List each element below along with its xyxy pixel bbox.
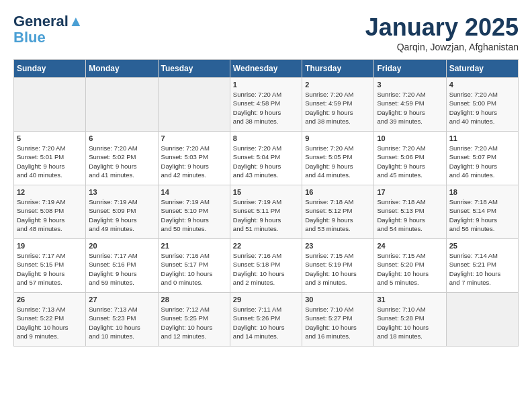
day-number: 17 (377, 188, 443, 196)
calendar-cell: 23Sunrise: 7:15 AM Sunset: 5:19 PM Dayli… (302, 239, 374, 293)
calendar-week-row: 12Sunrise: 7:19 AM Sunset: 5:08 PM Dayli… (14, 185, 519, 239)
calendar-cell: 20Sunrise: 7:17 AM Sunset: 5:16 PM Dayli… (86, 239, 158, 293)
day-info: Sunrise: 7:19 AM Sunset: 5:11 PM Dayligh… (233, 197, 299, 233)
day-number: 23 (305, 242, 371, 250)
day-info: Sunrise: 7:20 AM Sunset: 4:58 PM Dayligh… (233, 90, 299, 126)
day-info: Sunrise: 7:20 AM Sunset: 5:06 PM Dayligh… (377, 144, 443, 179)
calendar-cell: 24Sunrise: 7:15 AM Sunset: 5:20 PM Dayli… (374, 239, 446, 293)
weekday-header: Thursday (302, 60, 374, 78)
calendar-cell: 18Sunrise: 7:18 AM Sunset: 5:14 PM Dayli… (446, 185, 518, 239)
header: General▲ Blue January 2025 Qarqin, Jowzj… (13, 13, 519, 52)
day-number: 1 (233, 81, 299, 89)
day-number: 28 (161, 295, 227, 304)
day-number: 11 (449, 134, 515, 142)
day-number: 3 (377, 81, 443, 89)
calendar-cell: 22Sunrise: 7:16 AM Sunset: 5:18 PM Dayli… (230, 239, 302, 293)
weekday-header: Monday (86, 60, 158, 78)
day-info: Sunrise: 7:10 AM Sunset: 5:28 PM Dayligh… (377, 305, 443, 340)
day-number: 30 (305, 295, 371, 304)
calendar-cell: 13Sunrise: 7:19 AM Sunset: 5:09 PM Dayli… (86, 185, 158, 239)
day-number: 31 (377, 295, 443, 304)
title-area: January 2025 Qarqin, Jowzjan, Afghanista… (365, 13, 519, 52)
logo-text: General▲ Blue (13, 13, 83, 46)
calendar-cell: 2Sunrise: 7:20 AM Sunset: 4:59 PM Daylig… (302, 78, 374, 132)
day-number: 24 (377, 242, 443, 250)
calendar-cell: 21Sunrise: 7:16 AM Sunset: 5:17 PM Dayli… (158, 239, 230, 293)
calendar-cell: 26Sunrise: 7:13 AM Sunset: 5:22 PM Dayli… (14, 293, 86, 347)
calendar-cell: 8Sunrise: 7:20 AM Sunset: 5:04 PM Daylig… (230, 132, 302, 185)
weekday-header: Tuesday (158, 60, 230, 78)
day-info: Sunrise: 7:17 AM Sunset: 5:16 PM Dayligh… (89, 251, 154, 287)
calendar-cell: 4Sunrise: 7:20 AM Sunset: 5:00 PM Daylig… (446, 78, 518, 132)
calendar-week-row: 19Sunrise: 7:17 AM Sunset: 5:15 PM Dayli… (14, 239, 519, 293)
day-info: Sunrise: 7:13 AM Sunset: 5:22 PM Dayligh… (17, 305, 83, 340)
calendar-cell: 19Sunrise: 7:17 AM Sunset: 5:15 PM Dayli… (14, 239, 86, 293)
day-number: 29 (233, 295, 299, 304)
calendar-week-row: 26Sunrise: 7:13 AM Sunset: 5:22 PM Dayli… (14, 293, 519, 347)
day-info: Sunrise: 7:16 AM Sunset: 5:18 PM Dayligh… (233, 251, 299, 287)
day-number: 19 (17, 242, 83, 250)
day-info: Sunrise: 7:19 AM Sunset: 5:08 PM Dayligh… (17, 197, 83, 233)
day-number: 10 (377, 134, 443, 142)
calendar-cell: 27Sunrise: 7:13 AM Sunset: 5:23 PM Dayli… (86, 293, 158, 347)
calendar-cell (446, 293, 518, 347)
day-info: Sunrise: 7:20 AM Sunset: 5:03 PM Dayligh… (161, 144, 227, 179)
day-info: Sunrise: 7:15 AM Sunset: 5:20 PM Dayligh… (377, 251, 443, 287)
day-info: Sunrise: 7:15 AM Sunset: 5:19 PM Dayligh… (305, 251, 371, 287)
calendar-cell: 3Sunrise: 7:20 AM Sunset: 4:59 PM Daylig… (374, 78, 446, 132)
day-info: Sunrise: 7:18 AM Sunset: 5:14 PM Dayligh… (449, 197, 515, 233)
day-info: Sunrise: 7:20 AM Sunset: 5:05 PM Dayligh… (305, 144, 371, 179)
day-info: Sunrise: 7:11 AM Sunset: 5:26 PM Dayligh… (233, 305, 299, 340)
day-number: 6 (89, 134, 154, 142)
weekday-header: Friday (374, 60, 446, 78)
day-number: 2 (305, 81, 371, 89)
day-number: 13 (89, 188, 154, 196)
calendar-cell: 29Sunrise: 7:11 AM Sunset: 5:26 PM Dayli… (230, 293, 302, 347)
day-number: 25 (449, 242, 515, 250)
calendar-cell: 16Sunrise: 7:18 AM Sunset: 5:12 PM Dayli… (302, 185, 374, 239)
day-info: Sunrise: 7:13 AM Sunset: 5:23 PM Dayligh… (89, 305, 154, 340)
day-number: 16 (305, 188, 371, 196)
calendar-cell: 25Sunrise: 7:14 AM Sunset: 5:21 PM Dayli… (446, 239, 518, 293)
day-info: Sunrise: 7:19 AM Sunset: 5:09 PM Dayligh… (89, 197, 154, 233)
day-info: Sunrise: 7:16 AM Sunset: 5:17 PM Dayligh… (161, 251, 227, 287)
day-info: Sunrise: 7:20 AM Sunset: 4:59 PM Dayligh… (377, 90, 443, 126)
day-number: 4 (449, 81, 515, 89)
day-info: Sunrise: 7:18 AM Sunset: 5:13 PM Dayligh… (377, 197, 443, 233)
day-info: Sunrise: 7:17 AM Sunset: 5:15 PM Dayligh… (17, 251, 83, 287)
calendar-cell: 1Sunrise: 7:20 AM Sunset: 4:58 PM Daylig… (230, 78, 302, 132)
day-info: Sunrise: 7:20 AM Sunset: 5:04 PM Dayligh… (233, 144, 299, 179)
day-number: 14 (161, 188, 227, 196)
day-info: Sunrise: 7:12 AM Sunset: 5:25 PM Dayligh… (161, 305, 227, 340)
calendar-cell: 31Sunrise: 7:10 AM Sunset: 5:28 PM Dayli… (374, 293, 446, 347)
day-number: 22 (233, 242, 299, 250)
day-info: Sunrise: 7:19 AM Sunset: 5:10 PM Dayligh… (161, 197, 227, 233)
calendar-cell: 9Sunrise: 7:20 AM Sunset: 5:05 PM Daylig… (302, 132, 374, 185)
day-info: Sunrise: 7:20 AM Sunset: 5:07 PM Dayligh… (449, 144, 515, 179)
calendar-cell: 15Sunrise: 7:19 AM Sunset: 5:11 PM Dayli… (230, 185, 302, 239)
calendar-cell (86, 78, 158, 132)
weekday-header: Saturday (446, 60, 518, 78)
calendar-cell: 14Sunrise: 7:19 AM Sunset: 5:10 PM Dayli… (158, 185, 230, 239)
day-info: Sunrise: 7:20 AM Sunset: 5:00 PM Dayligh… (449, 90, 515, 126)
day-info: Sunrise: 7:18 AM Sunset: 5:12 PM Dayligh… (305, 197, 371, 233)
day-number: 8 (233, 134, 299, 142)
day-number: 26 (17, 295, 83, 304)
calendar-table: SundayMondayTuesdayWednesdayThursdayFrid… (13, 59, 519, 347)
header-row: SundayMondayTuesdayWednesdayThursdayFrid… (14, 60, 519, 78)
day-number: 27 (89, 295, 154, 304)
calendar-cell: 10Sunrise: 7:20 AM Sunset: 5:06 PM Dayli… (374, 132, 446, 185)
weekday-header: Sunday (14, 60, 86, 78)
calendar-cell: 7Sunrise: 7:20 AM Sunset: 5:03 PM Daylig… (158, 132, 230, 185)
day-info: Sunrise: 7:20 AM Sunset: 5:01 PM Dayligh… (17, 144, 83, 179)
day-number: 9 (305, 134, 371, 142)
day-number: 20 (89, 242, 154, 250)
day-info: Sunrise: 7:20 AM Sunset: 5:02 PM Dayligh… (89, 144, 154, 179)
calendar-week-row: 1Sunrise: 7:20 AM Sunset: 4:58 PM Daylig… (14, 78, 519, 132)
calendar-cell: 11Sunrise: 7:20 AM Sunset: 5:07 PM Dayli… (446, 132, 518, 185)
calendar-cell: 30Sunrise: 7:10 AM Sunset: 5:27 PM Dayli… (302, 293, 374, 347)
day-number: 7 (161, 134, 227, 142)
calendar-subtitle: Qarqin, Jowzjan, Afghanistan (365, 42, 519, 52)
calendar-cell (14, 78, 86, 132)
calendar-cell: 12Sunrise: 7:19 AM Sunset: 5:08 PM Dayli… (14, 185, 86, 239)
